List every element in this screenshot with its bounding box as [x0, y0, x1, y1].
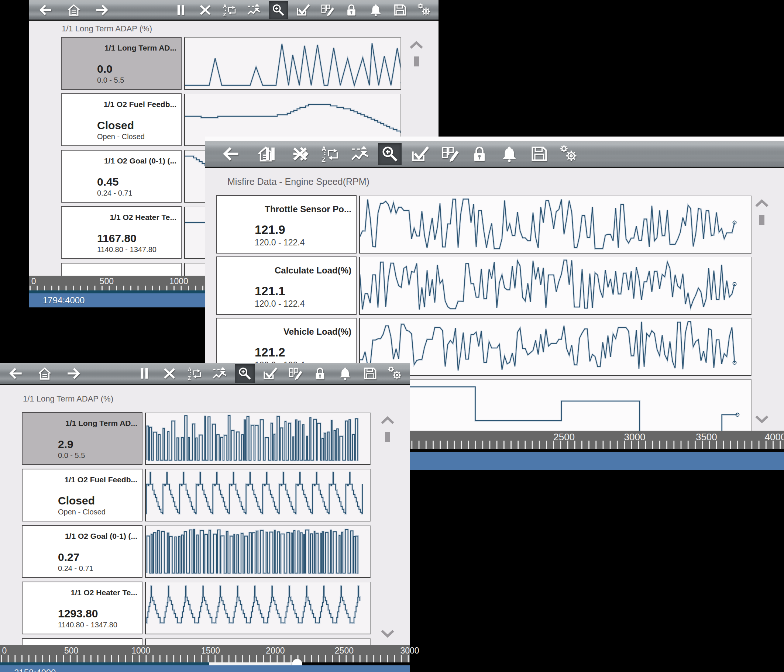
- zoom-icon[interactable]: [235, 364, 255, 383]
- scrollbar-thumb[interactable]: [385, 432, 390, 442]
- waveform-graph[interactable]: [145, 469, 370, 521]
- ruler-tick-label: 2500: [335, 646, 354, 656]
- parameter-row: Throttle Sensor Po...121.9120.0 - 122.4: [216, 195, 784, 254]
- pause-icon[interactable]: [258, 143, 282, 165]
- back-icon[interactable]: [36, 1, 55, 19]
- desktop: AZ 1/1 Long Term ADAP (%) 1/1 Long Term …: [0, 0, 784, 672]
- zoom-icon[interactable]: [378, 143, 401, 165]
- lock-icon[interactable]: [342, 1, 361, 19]
- scroll-up-chevron-icon[interactable]: [380, 416, 396, 426]
- ruler-tick-label: 0: [31, 276, 36, 286]
- home-icon[interactable]: [35, 364, 54, 383]
- lock-icon[interactable]: [310, 364, 330, 383]
- parameter-box[interactable]: 1/1 O2 Goal (0-1) (...0.450.24 - 0.71: [61, 150, 182, 202]
- confirm-icon[interactable]: [408, 143, 431, 165]
- parameter-box[interactable]: 1/1 O2 Fuel Feedb...ClosedOpen - Closed: [61, 93, 182, 146]
- save-icon[interactable]: [527, 143, 551, 165]
- scroll-up-chevron-icon[interactable]: [408, 41, 425, 51]
- parameter-box[interactable]: Throttle Sensor Po...121.9120.0 - 122.4: [216, 195, 356, 254]
- waveform-graph[interactable]: [145, 412, 370, 465]
- confirm-icon[interactable]: [293, 1, 312, 19]
- parameter-box[interactable]: 1/1 Long Term AD...0.00.0 - 5.5: [61, 37, 182, 90]
- sort-az-icon[interactable]: AZ: [185, 364, 204, 383]
- scroll-column: [751, 199, 773, 425]
- graph-scale-icon[interactable]: [348, 143, 372, 165]
- parameter-value: 121.2: [217, 345, 356, 360]
- graph-scale-icon[interactable]: [210, 364, 230, 383]
- settings-icon[interactable]: [415, 1, 434, 19]
- custom-data-icon[interactable]: [285, 364, 305, 383]
- scroll-down-chevron-icon[interactable]: [380, 630, 396, 639]
- parameter-box[interactable]: 1/1 Long Term AD...2.90.0 - 5.5: [22, 412, 143, 465]
- parameter-box[interactable]: 1/1 O2 Heater Te...1293.801140.80 - 1347…: [22, 582, 143, 635]
- custom-data-icon[interactable]: [438, 143, 461, 165]
- save-icon[interactable]: [390, 1, 410, 19]
- svg-text:A: A: [223, 3, 227, 9]
- sort-az-icon[interactable]: AZ: [318, 143, 342, 165]
- back-icon[interactable]: [6, 364, 26, 383]
- parameter-box[interactable]: 1/1 O2 Goal (0-1) (...0.270.24 - 0.71: [22, 525, 143, 578]
- parameter-row: Calculate Load(%)121.1120.0 - 122.4: [216, 257, 784, 315]
- parameter-box[interactable]: 1/1 O2 Heater Te...1167.801140.80 - 1347…: [61, 206, 182, 259]
- parameter-box[interactable]: 1/1 O2 Fuel Feedb...ClosedOpen - Closed: [22, 469, 143, 521]
- parameter-label: 1/1 O2 Fuel Feedb...: [23, 470, 142, 484]
- parameter-label: Calculate Load(%): [217, 257, 356, 276]
- confirm-icon[interactable]: [260, 364, 280, 383]
- pause-icon[interactable]: [171, 1, 190, 19]
- parameter-value: 0.0: [62, 63, 181, 76]
- alarm-icon[interactable]: [498, 143, 521, 165]
- parameter-row: 1/1 O2 Heater Te...1293.801140.80 - 1347…: [22, 582, 410, 635]
- scrollbar-thumb[interactable]: [759, 215, 764, 225]
- parameter-rows: 1/1 Long Term AD...2.90.0 - 5.51/1 O2 Fu…: [0, 412, 410, 645]
- parameter-range: 0.0 - 5.5: [62, 76, 181, 89]
- scrollbar-thumb[interactable]: [414, 56, 419, 67]
- waveform-graph[interactable]: [184, 37, 401, 90]
- timeline-track[interactable]: [0, 663, 410, 665]
- pause-icon[interactable]: [134, 364, 154, 383]
- parameter-range: 0.24 - 0.71: [23, 564, 142, 577]
- toolbar-nav: [0, 363, 83, 384]
- waveform-graph[interactable]: [145, 526, 370, 578]
- parameter-value: 0.27: [23, 551, 142, 564]
- ruler-tick-label: 500: [64, 646, 78, 656]
- settings-icon[interactable]: [557, 143, 581, 165]
- scroll-up-chevron-icon[interactable]: [754, 199, 770, 209]
- toolbar: AZ: [0, 363, 410, 385]
- home-icon[interactable]: [64, 1, 83, 19]
- waveform-graph[interactable]: [359, 318, 751, 376]
- close-icon[interactable]: [159, 364, 179, 383]
- settings-icon[interactable]: [385, 364, 405, 383]
- alarm-icon[interactable]: [335, 364, 355, 383]
- parameter-box[interactable]: [61, 263, 182, 276]
- ruler-ticks: [1, 655, 410, 663]
- waveform-graph[interactable]: [359, 196, 751, 254]
- graph-scale-icon[interactable]: [244, 1, 264, 19]
- close-icon[interactable]: [288, 143, 312, 165]
- ruler-tick-label: 0: [2, 646, 7, 656]
- parameter-label: 1/1 O2 Goal (0-1) (...: [62, 151, 181, 165]
- parameter-box[interactable]: [22, 638, 143, 645]
- waveform-graph[interactable]: [359, 257, 751, 315]
- waveform-graph[interactable]: [145, 582, 370, 635]
- close-icon[interactable]: [196, 1, 215, 19]
- forward-icon[interactable]: [64, 364, 83, 383]
- parameter-range: Open - Closed: [23, 508, 142, 521]
- scroll-down-chevron-icon[interactable]: [754, 415, 770, 425]
- svg-text:A: A: [322, 145, 326, 152]
- custom-data-icon[interactable]: [317, 1, 337, 19]
- zoom-icon[interactable]: [269, 1, 288, 19]
- save-icon[interactable]: [360, 364, 380, 383]
- alarm-icon[interactable]: [366, 1, 385, 19]
- parameter-row: 1/1 O2 Goal (0-1) (...0.270.24 - 0.71: [22, 525, 410, 578]
- timeline-ruler[interactable]: 050010001500200025003000: [0, 645, 410, 665]
- parameter-value: Closed: [62, 119, 181, 132]
- parameter-box[interactable]: Calculate Load(%)121.1120.0 - 122.4: [216, 257, 356, 315]
- parameter-label: 1/1 Long Term AD...: [23, 413, 142, 428]
- lock-icon[interactable]: [468, 143, 491, 165]
- graph-window-title: 1/1 Long Term ADAP (%): [29, 21, 439, 37]
- waveform-graph[interactable]: [359, 380, 751, 431]
- forward-icon[interactable]: [92, 1, 112, 19]
- sort-az-icon[interactable]: AZ: [220, 1, 239, 19]
- waveform-graph[interactable]: [145, 638, 370, 645]
- back-icon[interactable]: [219, 143, 243, 165]
